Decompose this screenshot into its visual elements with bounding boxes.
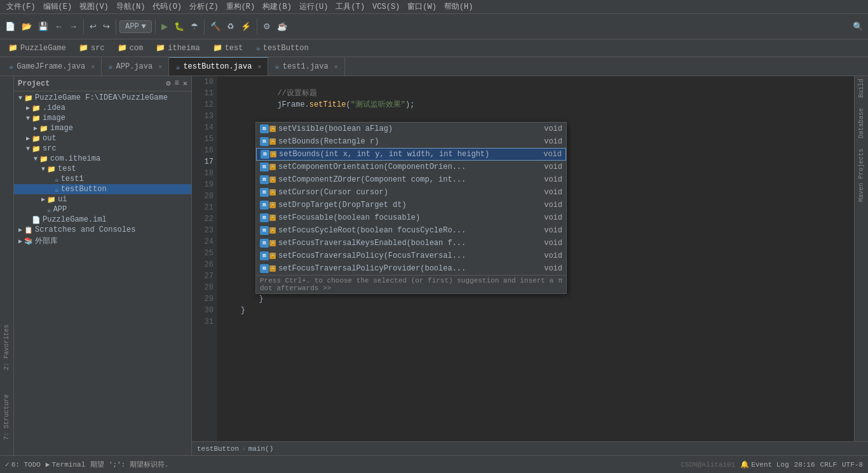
folder-icon: 📁 [213,43,222,53]
open-btn[interactable]: 📂 [19,20,34,32]
menu-vcs[interactable]: VCS(S) [369,1,403,13]
tree-image-sub[interactable]: ▶ 📁 image [14,123,191,133]
breadcrumb-main[interactable]: main() [248,445,274,453]
code-content[interactable]: //设置标题 jFrame.setTitle("测试监听效果"); //设置永远… [217,76,854,441]
tree-out[interactable]: ▶ 📁 out [14,133,191,143]
line-num: 15 [192,133,214,145]
tab-app[interactable]: ☕ APP.java ✕ [102,57,169,76]
tab-test1[interactable]: ☕ test1.java ✕ [268,57,344,76]
tree-com-itheima[interactable]: ▼ 📁 com.itheima [14,154,191,164]
tab-label: testButton.java [183,62,252,71]
project-tab-com[interactable]: 📁 com [112,41,149,55]
search-everywhere-btn[interactable]: 🔍 [850,20,865,32]
tab-close-btn[interactable]: ✕ [158,63,162,70]
project-tab-test[interactable]: 📁 test [207,41,249,55]
breadcrumb-testbutton[interactable]: testButton [197,445,239,453]
menu-run[interactable]: 运行(U) [295,0,332,13]
ac-item-setfocustraversalpolicyprovider[interactable]: m 🔒 setFocusTraversalPolicyProvider(bool… [256,262,566,275]
menu-edit[interactable]: 编辑(E) [39,0,76,13]
ac-item-setdroptarget[interactable]: m 🔒 setDropTarget(DropTarget dt) void [256,199,566,211]
tree-puzzlegame[interactable]: ▼ 📁 PuzzleGame F:\IDEA\PuzzleGame [14,93,191,103]
rebuild-btn[interactable]: ♻ [224,20,237,32]
ac-item-setbounds-int[interactable]: m 🔒 setBounds(int x, int y, int width, i… [256,148,566,161]
sync-icon[interactable]: ⚙ [166,79,170,88]
tab-close-btn[interactable]: ✕ [334,63,338,70]
ac-item-setbounds-rect[interactable]: m 🔒 setBounds(Rectangle r) void [256,135,566,148]
menu-navigate[interactable]: 导航(N) [112,0,149,13]
terminal-btn[interactable]: ▶ Terminal [46,460,85,469]
menu-view[interactable]: 视图(V) [76,0,112,13]
tab-close-btn[interactable]: ✕ [91,63,95,70]
run-config-dropdown[interactable]: APP ▼ [119,20,152,33]
project-tab-testbutton[interactable]: ☕ testButton [250,41,314,55]
tree-idea[interactable]: ▶ 📁 .idea [14,103,191,113]
settings-icon[interactable]: ✕ [183,79,187,88]
menu-refactor[interactable]: 重构(R) [222,0,259,13]
ac-item-setfocusable[interactable]: m 🔒 setFocusable(boolean focusable) void [256,211,566,224]
tree-test[interactable]: ▼ 📁 test [14,164,191,174]
ac-item-setcursor[interactable]: m 🔒 setCursor(Cursor cursor) void [256,186,566,199]
back-btn[interactable]: ← [52,20,65,32]
run-btn[interactable]: ▶ [159,20,170,32]
tree-testbutton[interactable]: ☕ testButton [14,184,191,194]
build-btn[interactable]: 🔨 [208,20,223,32]
tree-scratches[interactable]: ▶ 📋 Scratches and Consoles [14,225,191,235]
project-tab-puzzlegame[interactable]: 📁 PuzzleGame [3,41,72,55]
tree-ui[interactable]: ▶ 📁 ui [14,194,191,204]
save-btn[interactable]: 💾 [36,20,51,32]
tab-close-btn[interactable]: ✕ [257,63,261,70]
database-panel-tab[interactable]: Database [858,108,865,138]
debug-btn[interactable]: 🐛 [172,20,187,32]
tree-iml[interactable]: 📄 PuzzleGame.iml [14,215,191,225]
tree-external-libs[interactable]: ▶ 📚 外部库 [14,235,191,247]
redo-btn[interactable]: ↪ [100,20,112,32]
ac-item-setcomponentzorder[interactable]: m 🔒 setComponentZOrder(Component comp, i… [256,173,566,186]
menu-tools[interactable]: 工具(T) [332,0,369,13]
undo-btn[interactable]: ↩ [87,20,99,32]
event-log-btn[interactable]: 🔔 Event Log [740,460,789,469]
ac-item-setfocustraversalpolicy[interactable]: m 🔒 setFocusTraversalPolicy(FocusTravers… [256,250,566,262]
menu-code[interactable]: 代码(O) [149,0,186,13]
menu-analyze[interactable]: 分析(Z) [186,0,222,13]
maven-panel-tab[interactable]: Maven Projects [858,149,865,202]
menu-help[interactable]: 帮助(H) [440,0,477,13]
menu-window[interactable]: 窗口(W) [403,0,440,13]
project-tree: ▼ 📁 PuzzleGame F:\IDEA\PuzzleGame ▶ 📁 .i… [14,91,191,455]
todo-btn[interactable]: ✓ 6: TODO [5,460,41,469]
tree-image[interactable]: ▼ 📁 image [14,113,191,123]
tab-favorites[interactable]: 2: Favorites [2,322,11,373]
tree-label: out [43,134,57,143]
sep3 [155,19,156,34]
menu-file[interactable]: 文件(F) [3,0,39,13]
menu-build[interactable]: 构建(B) [259,0,295,13]
tab-testbutton[interactable]: ☕ testButton.java ✕ [169,57,268,76]
make-btn[interactable]: ⚡ [238,20,254,32]
project-tab-itheima[interactable]: 📁 itheima [150,41,205,55]
ac-item-setfocustraversalkeysenabled[interactable]: m 🔒 setFocusTraversalKeysEnabled(boolean… [256,237,566,250]
project-tab-label: com [130,44,144,53]
tab-gamejframe[interactable]: ☕ GameJFrame.java ✕ [3,57,102,76]
forward-btn[interactable]: → [67,20,80,32]
folder-icon: 📁 [79,43,88,53]
ac-item-setcomponentorientation[interactable]: m 🔒 setComponentOrientation(ComponentOri… [256,161,566,173]
ac-item-setfocuscycleroot[interactable]: m 🔒 setFocusCycleRoot(boolean focusCycle… [256,224,566,237]
ac-icons: m 🔒 [260,188,276,197]
ac-method-name: setFocusTraversalPolicy(FocusTraversal..… [278,251,539,260]
tree-test1[interactable]: ☕ test1 [14,174,191,184]
tree-src[interactable]: ▼ 📁 src [14,143,191,154]
build-panel-tab[interactable]: Build [858,79,865,98]
new-file-btn[interactable]: 📄 [3,20,18,32]
settings-btn[interactable]: ⚙ [261,20,273,32]
tab-structure[interactable]: 7: Structure [2,392,11,443]
sdk-btn[interactable]: ☕ [275,20,290,32]
tree-label: com.itheima [50,154,100,163]
gear-icon[interactable]: ≡ [175,79,179,88]
tree-app[interactable]: ☕ APP [14,204,191,215]
code-editor[interactable]: 10 11 12 13 14 15 16 17 18 19 20 21 22 2… [192,76,868,441]
coverage-btn[interactable]: ☂ [188,20,201,32]
code-line: jFrame.setTitle("测试监听效果"); [222,99,849,110]
autocomplete-popup[interactable]: m 🔒 setVisible(boolean aFlag) void m 🔒 s… [255,122,567,294]
project-tab-src[interactable]: 📁 src [73,41,111,55]
ac-item-setvisible[interactable]: m 🔒 setVisible(boolean aFlag) void [256,123,566,135]
lock-icon: 🔒 [269,164,276,170]
